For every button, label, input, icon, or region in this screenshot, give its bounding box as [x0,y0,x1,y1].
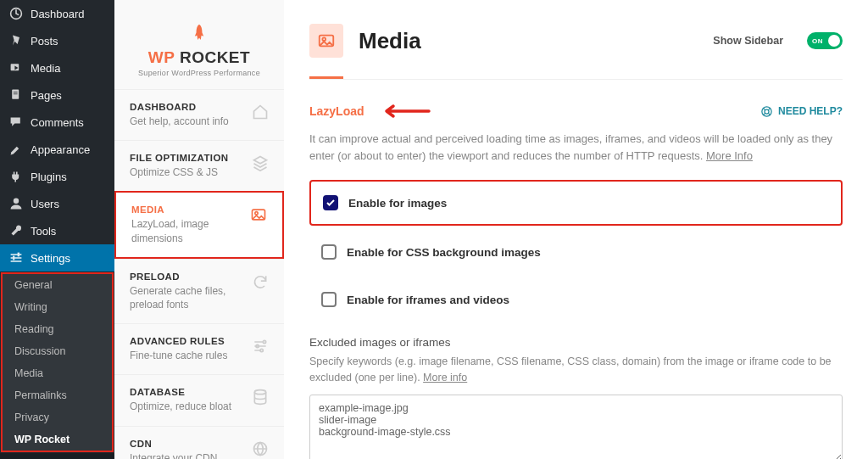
sidebar-item-comments[interactable]: Comments [0,109,114,136]
wpr-nav-advanced-rules[interactable]: ADVANCED RULESFine-tune cache rules [114,323,284,374]
option-label: Enable for images [348,197,447,210]
option-enable-images[interactable]: Enable for images [309,180,843,226]
database-icon [252,389,269,406]
page-icon [8,87,24,103]
wpr-nav-file-optimization[interactable]: FILE OPTIMIZATIONOptimize CSS & JS [114,140,284,191]
submenu-item-general[interactable]: General [3,274,112,296]
image-icon [250,206,267,223]
submenu-item-reading[interactable]: Reading [3,318,112,340]
svg-rect-6 [11,254,22,255]
sidebar-item-media[interactable]: Media [0,54,114,81]
nav-sub: Optimize CSS & JS [130,165,243,179]
wpr-logo: WP ROCKET Superior WordPress Performance [114,8,284,89]
wpr-nav-cdn[interactable]: CDNIntegrate your CDN [114,426,284,460]
svg-rect-10 [13,256,14,260]
submenu-item-privacy[interactable]: Privacy [3,406,112,428]
nav-title: MEDIA [131,204,242,215]
collapse-menu-button[interactable]: Collapse menu [0,453,114,459]
sidebar-item-tools[interactable]: Tools [0,217,114,244]
nav-sub: Integrate your CDN [130,451,243,460]
nav-sub: Fine-tune cache rules [130,349,243,362]
sidebar-item-plugins[interactable]: Plugins [0,163,114,190]
sidebar-item-settings[interactable]: Settings [0,244,114,271]
home-icon [252,104,269,120]
sidebar-item-label: Tools [31,225,56,238]
need-help-link[interactable]: NEED HELP? [760,105,843,118]
nav-title: PRELOAD [130,271,243,282]
refresh-icon [252,273,269,290]
excluded-textarea[interactable] [309,395,843,459]
main-content: Media Show Sidebar ON LazyLoad NEED HELP… [284,0,868,459]
option-enable-css-bg[interactable]: Enable for CSS background images [309,231,843,273]
page-title: Media [359,28,698,54]
svg-point-14 [263,340,265,343]
wpr-nav-dashboard[interactable]: DASHBOARDGet help, account info [114,89,284,140]
svg-point-20 [322,37,326,41]
wp-admin-sidebar: Dashboard Posts Media Pages Comments App… [0,0,114,459]
brand-text: WP ROCKET [114,48,284,67]
section-description: It can improve actual and perceived load… [309,131,843,165]
option-enable-iframes[interactable]: Enable for iframes and videos [309,278,843,321]
wpr-nav-media[interactable]: MEDIALazyLoad, image dimensions [114,191,284,258]
sidebar-item-label: Settings [31,252,70,265]
wpr-nav-preload[interactable]: PRELOADGenerate cache files, preload fon… [114,259,284,323]
submenu-item-discussion[interactable]: Discussion [3,340,112,362]
more-info-link[interactable]: More Info [706,149,753,162]
show-sidebar-toggle[interactable]: ON [807,32,843,49]
checkbox-icon [321,244,337,260]
sidebar-item-label: Pages [31,89,62,102]
svg-rect-3 [14,92,18,92]
svg-rect-9 [18,253,19,257]
sidebar-item-posts[interactable]: Posts [0,27,114,54]
more-info-link[interactable]: More info [423,372,467,383]
wrench-icon [8,223,24,238]
dashboard-icon [8,6,24,21]
sidebar-item-users[interactable]: Users [0,190,114,217]
tab-indicator [309,76,343,79]
toggle-knob [828,35,840,47]
sidebar-item-label: Appearance [31,143,90,156]
nav-title: DASHBOARD [130,102,243,112]
brush-icon [8,142,24,157]
submenu-item-writing[interactable]: Writing [3,296,112,318]
submenu-item-permalinks[interactable]: Permalinks [3,384,112,406]
option-label: Enable for CSS background images [347,246,541,259]
plug-icon [8,169,24,184]
media-icon [8,60,24,76]
nav-title: ADVANCED RULES [130,336,243,346]
sidebar-item-appearance[interactable]: Appearance [0,136,114,163]
svg-point-22 [765,109,769,114]
user-icon [8,196,24,211]
wpr-nav-database[interactable]: DATABASEOptimize, reduce bloat [114,374,284,425]
sidebar-item-label: Media [31,62,60,75]
svg-point-16 [260,349,263,351]
settings-submenu: General Writing Reading Discussion Media… [1,272,114,452]
section-header: LazyLoad NEED HELP? [309,104,843,119]
globe-icon [252,440,269,457]
svg-rect-4 [14,93,18,94]
svg-rect-8 [11,260,22,262]
checkbox-icon [321,292,337,307]
show-sidebar-label: Show Sidebar [713,35,783,47]
sidebar-item-label: Comments [31,116,84,129]
nav-sub: Generate cache files, preload fonts [130,284,243,311]
sliders-icon [252,338,269,355]
sidebar-item-pages[interactable]: Pages [0,81,114,109]
pin-icon [8,33,24,48]
submenu-item-wp-rocket[interactable]: WP Rocket [3,428,112,451]
checkbox-icon [323,195,338,210]
svg-point-17 [254,390,265,395]
main-header: Media Show Sidebar ON [309,24,843,76]
excluded-subtitle: Specify keywords (e.g. image filename, C… [309,354,843,386]
sidebar-item-label: Plugins [31,171,67,183]
excluded-title: Excluded images or iframes [309,336,843,349]
sidebar-item-dashboard[interactable]: Dashboard [0,0,114,27]
submenu-item-media[interactable]: Media [3,362,112,384]
sliders-icon [8,250,24,266]
layers-icon [252,154,269,171]
lifebuoy-icon [760,105,773,118]
option-label: Enable for iframes and videos [347,294,509,306]
excluded-block: Excluded images or iframes Specify keywo… [309,336,843,459]
svg-rect-7 [11,257,22,259]
sidebar-item-label: Posts [31,35,58,48]
